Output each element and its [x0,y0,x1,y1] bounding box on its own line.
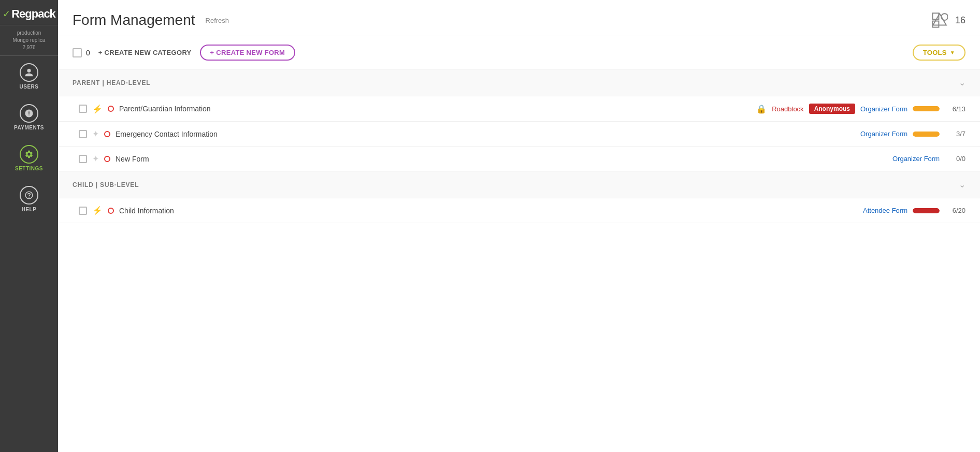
circle-status-icon [104,156,110,162]
progress-fill [913,106,940,111]
form-row: ✦ New Form Organizer Form 0/0 [58,147,980,171]
progress-fill [913,208,940,213]
lock-icon: 🔒 [756,104,767,114]
sidebar-item-help[interactable]: HELP [0,179,58,220]
svg-point-2 [941,13,948,20]
payments-label: PAYMENTS [14,125,44,130]
coins-icon [20,104,38,123]
form-count: 3/7 [945,130,965,138]
gear-icon [20,145,38,164]
circle-status-icon [104,131,110,137]
form-checkbox[interactable] [79,155,87,163]
logo-check-icon: ✓ [3,8,10,20]
sidebar-info: production Mongo replica 2,976 [0,25,58,56]
create-category-button[interactable]: + CREATE NEW CATEGORY [98,49,192,56]
form-name[interactable]: Parent/Guardian Information [119,105,751,113]
form-count: 6/20 [945,207,965,214]
form-count: 0/0 [945,155,965,163]
lightning-icon: ⚡ [92,104,103,114]
progress-fill [913,132,940,137]
circle-status-icon [108,106,114,112]
toolbar: 0 + CREATE NEW CATEGORY + CREATE NEW FOR… [58,36,980,69]
form-type-badge[interactable]: Organizer Form [892,155,940,163]
selected-count: 0 [86,49,90,57]
logo: ✓ Regpack [0,0,58,25]
form-badges: 🔒 Roadblock Anonymous Organizer Form 6/1… [756,104,965,114]
sidebar-nav: USERS PAYMENTS SETTINGS HELP [0,56,58,452]
sidebar: ✓ Regpack production Mongo replica 2,976… [0,0,58,452]
person-icon [20,63,38,82]
notification-count: 16 [955,15,965,26]
select-all-wrapper: 0 [73,48,90,57]
roadblock-badge: Roadblock [772,105,803,113]
section-parent-title: PARENT | HEAD-LEVEL [73,79,150,86]
form-type-badge[interactable]: Attendee Form [863,207,907,214]
section-parent-chevron-icon: ⌄ [959,78,965,88]
form-row: ⚡ Parent/Guardian Information 🔒 Roadbloc… [58,96,980,122]
page-header: Form Management Refresh 16 [58,3,980,36]
form-badges: Organizer Form 3/7 [860,130,965,138]
form-type-badge[interactable]: Organizer Form [860,130,907,138]
section-child-chevron-icon: ⌄ [959,180,965,189]
logo-text: Regpack [11,7,55,21]
form-count: 6/13 [945,105,965,113]
anonymous-badge: Anonymous [809,104,855,114]
sidebar-item-users[interactable]: USERS [0,56,58,97]
shapes-icon[interactable] [931,12,948,28]
section-child-title: CHILD | SUB-LEVEL [73,181,139,188]
form-row: ✦ Emergency Contact Information Organize… [58,122,980,147]
form-name[interactable]: Child Information [119,207,858,215]
header-right: 16 [931,12,965,28]
sidebar-item-payments[interactable]: PAYMENTS [0,97,58,138]
form-checkbox[interactable] [79,130,87,138]
page-title: Form Management [73,12,195,28]
form-row: ⚡ Child Information Attendee Form 6/20 [58,198,980,223]
progress-bar [913,132,940,137]
users-label: USERS [20,84,39,90]
drag-icon: ✦ [92,154,99,164]
form-badges: Organizer Form 0/0 [892,155,965,163]
create-form-button[interactable]: + CREATE NEW FORM [200,45,296,61]
form-badges: Attendee Form 6/20 [863,207,965,214]
sidebar-item-settings[interactable]: SETTINGS [0,138,58,179]
lightning-icon: ⚡ [92,206,103,215]
progress-bar [913,208,940,213]
refresh-link[interactable]: Refresh [206,17,229,24]
section-parent-header[interactable]: PARENT | HEAD-LEVEL ⌄ [58,69,980,96]
form-checkbox[interactable] [79,105,87,113]
form-name[interactable]: Emergency Contact Information [116,130,855,138]
settings-label: SETTINGS [15,166,43,171]
section-child-header[interactable]: CHILD | SUB-LEVEL ⌄ [58,171,980,198]
tools-label: TOOLS [923,49,947,56]
help-label: HELP [22,207,37,212]
form-name[interactable]: New Form [116,155,887,163]
drag-icon: ✦ [92,129,99,139]
progress-bar [913,106,940,111]
question-icon [20,186,38,205]
circle-status-icon [108,208,114,214]
form-type-badge[interactable]: Organizer Form [860,105,907,113]
tools-chevron-icon: ▼ [950,50,955,55]
tools-button[interactable]: TOOLS ▼ [913,45,965,61]
main-content: Form Management Refresh 16 0 + CREATE NE… [58,0,980,452]
select-all-checkbox[interactable] [73,48,82,57]
form-checkbox[interactable] [79,207,87,215]
